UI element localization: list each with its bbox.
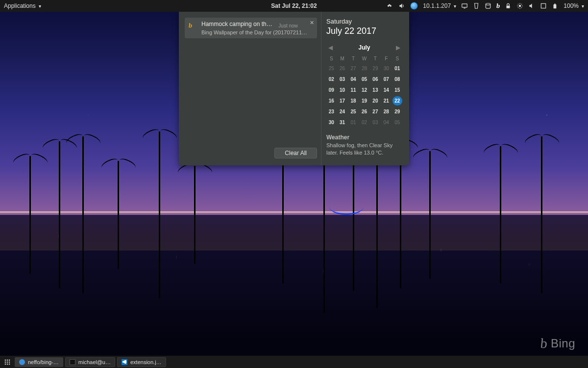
- applications-menu[interactable]: Applications: [4, 2, 41, 9]
- calendar-day[interactable]: 22: [392, 96, 402, 105]
- calendar-day[interactable]: 05: [392, 118, 402, 127]
- palm-tree: [194, 166, 196, 215]
- calendar-day[interactable]: 11: [348, 85, 358, 95]
- calendar-weekday-head: F: [381, 55, 391, 62]
- calendar-day[interactable]: 26: [337, 64, 347, 73]
- calendar-popover: b Hammock camping on the Econloc… Just n…: [179, 12, 409, 165]
- battery-percent[interactable]: 100%: [564, 2, 584, 9]
- calendar-day[interactable]: 17: [337, 96, 347, 105]
- calendar-day[interactable]: 09: [326, 85, 336, 95]
- disk-icon[interactable]: [485, 2, 491, 9]
- bing-watermark: b Bing: [540, 336, 575, 351]
- calendar-day[interactable]: 10: [337, 85, 347, 95]
- palm-tree: [82, 136, 84, 215]
- bing-tray-icon[interactable]: b: [496, 2, 500, 10]
- cpu-temp-icon[interactable]: [473, 2, 480, 9]
- calendar-full-date: July 22 2017: [326, 26, 402, 36]
- calendar-day[interactable]: 29: [392, 107, 402, 116]
- calendar-day[interactable]: 19: [359, 96, 369, 105]
- svg-rect-16: [541, 3, 546, 8]
- globe-icon[interactable]: [410, 2, 418, 10]
- notification-item[interactable]: b Hammock camping on the Econloc… Just n…: [185, 18, 317, 38]
- taskbar-item-label: neffo/bing-…: [28, 359, 59, 365]
- calendar-day[interactable]: 29: [370, 64, 380, 73]
- brightness-icon[interactable]: [516, 2, 523, 9]
- calendar-day[interactable]: 08: [392, 75, 402, 84]
- top-bar: Applications Sat Jul 22, 21:02 10.1.1.20…: [0, 0, 588, 12]
- calendar-day[interactable]: 27: [370, 107, 380, 116]
- calendar-day[interactable]: 02: [359, 118, 369, 127]
- svg-line-15: [518, 7, 518, 8]
- cloud-sync-icon[interactable]: [387, 2, 393, 9]
- lock-icon[interactable]: [505, 2, 512, 9]
- calendar-day[interactable]: 05: [359, 75, 369, 84]
- calendar-day[interactable]: 30: [326, 118, 336, 127]
- volume2-icon[interactable]: [528, 2, 535, 9]
- calendar-nav: ◀ July ▶: [326, 43, 402, 52]
- calendar-grid: SMTWTFS252627282930010203040506070809101…: [326, 55, 402, 127]
- clock[interactable]: Sat Jul 22, 21:02: [271, 2, 317, 9]
- calendar-day[interactable]: 02: [326, 75, 336, 84]
- taskbar-item[interactable]: michael@u…: [65, 357, 115, 367]
- clock-text: Sat Jul 22, 21:02: [271, 2, 317, 9]
- calendar-day[interactable]: 27: [348, 64, 358, 73]
- calendar-day[interactable]: 16: [326, 96, 336, 105]
- calendar-day[interactable]: 26: [359, 107, 369, 116]
- calendar-day[interactable]: 14: [381, 85, 391, 95]
- svg-point-2: [389, 4, 391, 6]
- calendar-day[interactable]: 25: [348, 107, 358, 116]
- calendar-day[interactable]: 04: [348, 75, 358, 84]
- svg-rect-17: [554, 4, 557, 8]
- calendar-day[interactable]: 12: [359, 85, 369, 95]
- svg-line-14: [521, 4, 522, 4]
- app-grid-icon[interactable]: [2, 357, 13, 367]
- calendar-day[interactable]: 03: [370, 118, 380, 127]
- calendar-day[interactable]: 25: [326, 64, 336, 73]
- taskbar-item-label: michael@u…: [78, 359, 111, 365]
- calendar-day[interactable]: 07: [381, 75, 391, 84]
- network-ip[interactable]: 10.1.1.207: [423, 2, 456, 9]
- calendar-day[interactable]: 01: [392, 64, 402, 73]
- prev-month-icon[interactable]: ◀: [326, 43, 335, 52]
- calendar-day[interactable]: 04: [381, 118, 391, 127]
- calendar-day[interactable]: 03: [337, 75, 347, 84]
- calendar-day[interactable]: 30: [381, 64, 391, 73]
- calendar-day[interactable]: 20: [370, 96, 380, 105]
- notification-close-icon[interactable]: ✕: [310, 20, 314, 26]
- calendar-day[interactable]: 28: [381, 107, 391, 116]
- display-icon[interactable]: [461, 2, 468, 9]
- calendar-day[interactable]: 15: [392, 85, 402, 95]
- calendar-day[interactable]: 31: [337, 118, 347, 127]
- calendar-day[interactable]: 28: [359, 64, 369, 73]
- battery-icon[interactable]: [552, 2, 559, 9]
- taskbar-item[interactable]: neffo/bing-…: [15, 357, 63, 367]
- taskbar-item[interactable]: extension.j…: [117, 357, 166, 367]
- svg-rect-27: [9, 363, 10, 364]
- calendar-day[interactable]: 13: [370, 85, 380, 95]
- taskbar-item-icon: [19, 359, 25, 365]
- clear-all-button[interactable]: Clear All: [274, 148, 317, 158]
- taskbar-item-icon: [70, 359, 75, 365]
- weather-text: Shallow fog, then Clear Sky later. Feels…: [326, 142, 402, 157]
- calendar-day[interactable]: 01: [348, 118, 358, 127]
- calendar-day[interactable]: 18: [348, 96, 358, 105]
- calendar-day[interactable]: 21: [381, 96, 391, 105]
- svg-rect-26: [7, 363, 8, 364]
- calendar-weekday: Saturday: [326, 18, 402, 25]
- svg-line-12: [518, 4, 518, 4]
- palm-tree: [500, 146, 501, 215]
- calendar-day[interactable]: 23: [326, 107, 336, 116]
- volume-icon[interactable]: [398, 2, 405, 9]
- palm-tree: [541, 136, 542, 215]
- svg-point-5: [486, 3, 490, 5]
- bing-watermark-text: Bing: [551, 337, 575, 350]
- next-month-icon[interactable]: ▶: [394, 43, 402, 52]
- calendar-day[interactable]: 24: [337, 107, 347, 116]
- palm-tree: [159, 131, 160, 215]
- weather-heading: Weather: [326, 134, 402, 141]
- calendar-weekday-head: T: [370, 55, 380, 62]
- calendar-day[interactable]: 06: [370, 75, 380, 84]
- palm-tree: [118, 161, 119, 215]
- palm-tree: [29, 156, 31, 215]
- window-icon[interactable]: [540, 2, 547, 9]
